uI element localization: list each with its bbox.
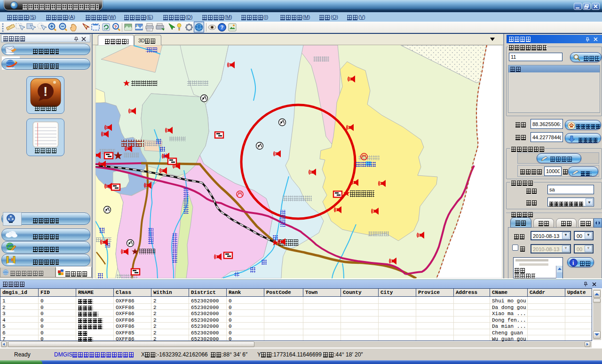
svg-text:!: !: [43, 84, 48, 99]
svg-text:?: ?: [114, 24, 117, 29]
svg-text:?: ?: [221, 24, 224, 30]
